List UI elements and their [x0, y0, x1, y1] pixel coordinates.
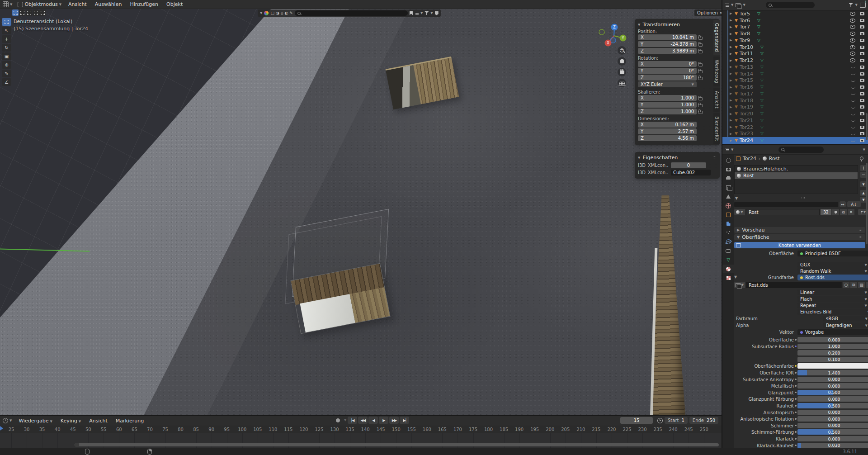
- image-fake-user-button[interactable]: ○: [843, 282, 849, 288]
- outliner-row[interactable]: ▶▼Tor14▽: [722, 71, 868, 77]
- lock-icon[interactable]: [698, 97, 703, 100]
- disclosure-icon[interactable]: ▶: [730, 32, 733, 36]
- tool-cursor[interactable]: ↖: [2, 27, 11, 34]
- image-name-field[interactable]: Rost.dds: [746, 282, 842, 288]
- select-mode-extend[interactable]: [19, 9, 25, 16]
- outliner-filter-icon[interactable]: [849, 3, 853, 7]
- colorspace-dropdown[interactable]: sRGB▼: [823, 316, 868, 322]
- outliner-search-input[interactable]: [766, 2, 815, 8]
- properties-scrollbar[interactable]: [866, 163, 868, 244]
- mode-dropdown[interactable]: Objektmodus ▼: [15, 0, 64, 9]
- surface-shader-field[interactable]: Principled BSDF: [797, 251, 868, 256]
- camera-render-icon[interactable]: [860, 105, 864, 109]
- transform-field-y[interactable]: Y-24.378 m: [638, 41, 697, 47]
- jump-end-button[interactable]: ▶|: [400, 417, 409, 424]
- disclosure-icon[interactable]: ▶: [730, 19, 733, 22]
- camera-render-icon[interactable]: [860, 85, 864, 89]
- eye-closed-icon[interactable]: [851, 86, 855, 89]
- camera-render-icon[interactable]: [860, 46, 864, 49]
- timeline-editor[interactable]: ▼ Wiedergabe▼Keying▼AnsichtMarkierung ▼ …: [0, 415, 722, 448]
- disclosure-icon[interactable]: ▶: [730, 105, 733, 109]
- properties-tab-particles[interactable]: [722, 228, 734, 237]
- slider-anisotropische-rotation[interactable]: 0.000: [797, 416, 868, 422]
- camera-render-icon[interactable]: [860, 52, 864, 55]
- disclosure-icon[interactable]: ▶: [730, 139, 733, 142]
- editor-type-button[interactable]: ▼: [0, 0, 15, 9]
- breadcrumb-object[interactable]: Tor24: [743, 156, 756, 161]
- camera-render-icon[interactable]: [860, 79, 864, 82]
- eye-open-icon[interactable]: [850, 12, 855, 16]
- lock-icon[interactable]: [698, 70, 703, 73]
- transform-field-y[interactable]: Y1.000: [638, 102, 697, 108]
- outliner-row[interactable]: ▶▼Tor16▽: [722, 84, 868, 90]
- lock-icon[interactable]: [698, 43, 703, 47]
- copy-material-button[interactable]: ⧉: [840, 209, 847, 215]
- next-keyframe-button[interactable]: ▶▶: [389, 417, 399, 424]
- outliner-scrollbar[interactable]: [866, 113, 868, 140]
- outliner-row[interactable]: ▶▼Tor24▽: [722, 137, 868, 144]
- timeline-menu-markierung[interactable]: Markierung: [112, 417, 148, 425]
- camera-render-icon[interactable]: [860, 139, 864, 142]
- rotation-mode-dropdown[interactable]: XYZ Euler▼: [638, 81, 697, 87]
- image-copy-button[interactable]: ⧉: [850, 282, 857, 288]
- n-tab-blenderkit[interactable]: BlenderKit: [713, 113, 720, 144]
- eye-closed-icon[interactable]: [851, 133, 855, 135]
- alpha-dropdown[interactable]: Begradigen▼: [823, 322, 868, 328]
- vector-field[interactable]: Vorgabe: [797, 329, 868, 335]
- auto-key-button[interactable]: [333, 417, 343, 424]
- eye-closed-icon[interactable]: [851, 126, 855, 128]
- blenderkit-material-icon[interactable]: ◑: [276, 11, 279, 15]
- camera-render-icon[interactable]: [860, 72, 864, 76]
- timeline-ruler[interactable]: 2530354045505560657075808590951001051101…: [0, 426, 722, 434]
- outliner-row[interactable]: ▶▼Tor23▽: [722, 131, 868, 137]
- viewport-camera-button[interactable]: [618, 68, 626, 76]
- properties-tab-render[interactable]: [722, 165, 734, 174]
- surface-panel-header[interactable]: ▼ Oberfläche: [734, 234, 865, 240]
- chevron-down-icon[interactable]: ▼: [260, 11, 262, 15]
- disclosure-icon[interactable]: ▶: [730, 52, 733, 56]
- slider-oberfläche[interactable]: 0.000: [797, 337, 868, 342]
- slider-klarlack[interactable]: 0.000: [797, 436, 868, 441]
- outliner-editor-icon[interactable]: [725, 3, 729, 7]
- slider-oberfläche-ior[interactable]: 1.400: [797, 370, 868, 375]
- preview-panel-header[interactable]: ▶ Vorschau: [734, 227, 865, 233]
- slider-glanzpunkt[interactable]: 0.500: [797, 390, 868, 395]
- slider-metallisch[interactable]: 0.000: [797, 383, 868, 389]
- outliner-editor[interactable]: ▼ ▼ ▼ ▶▼Tor5▽▶▼Tor6▽▶▼Tor7▽▶▼Tor8▽▶▼Tor9…: [722, 0, 868, 144]
- camera-render-icon[interactable]: [860, 59, 864, 62]
- properties-editor[interactable]: ▼ ▼ ▽ Tor24 › Rost BraunesHolzhoch.Rost …: [722, 144, 868, 448]
- base-color-field[interactable]: Rost.dds: [797, 275, 868, 280]
- lock-icon[interactable]: [698, 104, 703, 107]
- use-preview-range-icon[interactable]: [657, 418, 663, 423]
- transform-field-z[interactable]: Z1.000: [638, 109, 697, 114]
- eye-closed-icon[interactable]: [851, 92, 855, 95]
- disclosure-icon[interactable]: ▶: [730, 112, 733, 116]
- timeline-editor-type-button[interactable]: ▼: [0, 417, 14, 425]
- panel-grip-icon[interactable]: [712, 156, 717, 159]
- distribution-dropdown[interactable]: GGX▼: [797, 262, 868, 268]
- transform-field-x[interactable]: X0°: [638, 61, 697, 67]
- disclosure-icon[interactable]: ▶: [730, 132, 733, 136]
- disclosure-icon[interactable]: ▶: [730, 25, 733, 29]
- menu-ansicht[interactable]: Ansicht: [64, 0, 91, 9]
- disclosure-icon[interactable]: ▶: [730, 59, 733, 62]
- material-name-field[interactable]: Rost: [746, 209, 820, 215]
- camera-render-icon[interactable]: [860, 12, 864, 15]
- outliner-row[interactable]: ▶▼Tor17▽: [722, 90, 868, 97]
- camera-render-icon[interactable]: [860, 39, 864, 42]
- timeline-menu-keying[interactable]: Keying▼: [57, 417, 85, 425]
- slider-schimmer-färbung[interactable]: 0.500: [797, 429, 868, 435]
- eye-closed-icon[interactable]: [851, 72, 855, 75]
- camera-render-icon[interactable]: [860, 112, 864, 115]
- disclosure-icon[interactable]: ▶: [730, 12, 733, 15]
- source-dropdown[interactable]: Einzelnes Bild▼: [797, 309, 868, 315]
- playhead-marker[interactable]: [0, 426, 3, 431]
- disclosure-icon[interactable]: ▶: [730, 65, 733, 69]
- tool-measure[interactable]: ∠: [2, 78, 11, 86]
- slider-subsurface-anisotropy[interactable]: 0.000: [797, 377, 868, 382]
- viewport-grid-button[interactable]: [618, 79, 626, 87]
- slider-rauheit[interactable]: 0.500: [797, 403, 868, 408]
- custom-property-value[interactable]: 0: [671, 162, 706, 168]
- prev-keyframe-button[interactable]: ◀◀: [358, 417, 368, 424]
- slider-glanzpunkt-färbung[interactable]: 0.000: [797, 396, 868, 402]
